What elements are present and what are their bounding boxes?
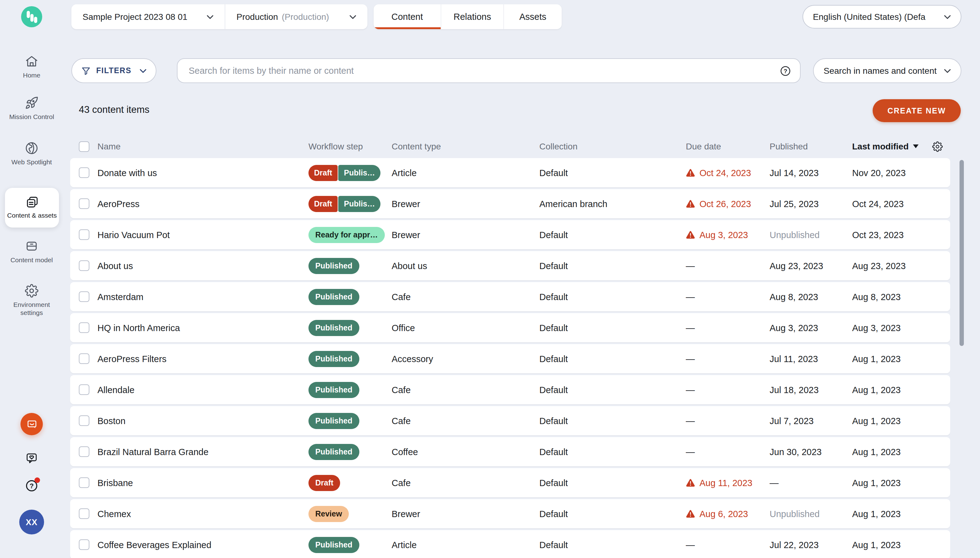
filters-button-label: FILTERS [96,66,132,75]
content-type-cell: Brewer [392,509,539,519]
help-icon[interactable]: ? [25,479,39,493]
row-checkbox[interactable] [79,199,89,209]
table-body: Donate with us DraftPublis… Article Defa… [70,158,950,558]
content-type-cell: Cafe [392,416,539,426]
row-checkbox[interactable] [79,322,89,333]
table-row[interactable]: Boston Published Cafe Default — Jul 7, 2… [70,406,950,435]
last-modified-cell: Aug 1, 2023 [852,447,950,456]
tab-content-label: Content [391,12,423,22]
table-row[interactable]: Coffee Beverages Explained Published Art… [70,530,950,558]
row-checkbox[interactable] [79,539,89,550]
filters-button[interactable]: FILTERS [71,58,156,83]
row-checkbox[interactable] [79,415,89,426]
search-input[interactable] [188,65,779,76]
items-count: 43 content items [79,104,149,115]
table-row[interactable]: AeroPress Filters Published Accessory De… [70,344,950,373]
item-name: About us [97,261,308,271]
content-type-cell: Cafe [392,478,539,487]
table-row[interactable]: Hario Vacuum Pot Ready for appr… Brewer … [70,220,950,249]
table-row[interactable]: AeroPress DraftPublis… Brewer American b… [70,189,950,218]
sidebar-item-content-model[interactable]: Content model [0,239,63,264]
kontent-logo[interactable] [21,6,42,27]
language-selector[interactable]: English (United States) (Defa [802,5,961,28]
table-row[interactable]: Chemex Review Brewer Default Aug 6, 2023… [70,499,950,528]
row-checkbox[interactable] [79,478,89,488]
create-new-button[interactable]: CREATE NEW [873,99,961,122]
row-checkbox[interactable] [79,291,89,302]
sidebar-item-label: Content & assets [6,212,58,220]
last-modified-cell: Aug 3, 2023 [852,323,950,333]
sidebar-item-mission-control[interactable]: Mission Control [0,96,63,121]
item-name: AeroPress [97,199,308,208]
search-help-icon[interactable]: ? [779,65,791,77]
last-modified-cell: Aug 1, 2023 [852,478,950,487]
row-checkbox[interactable] [79,260,89,271]
last-modified-cell: Aug 8, 2023 [852,292,950,302]
kontent-logo-icon [21,6,42,27]
published-cell: Jul 11, 2023 [769,354,852,364]
last-modified-cell: Aug 1, 2023 [852,509,950,519]
column-header-last-modified[interactable]: Last modified [852,141,919,151]
row-checkbox[interactable] [79,509,89,519]
overdue-warning-icon [686,509,695,518]
published-cell: Jul 14, 2023 [769,168,852,177]
overdue-warning-icon [686,199,695,208]
sidebar-item-environment-settings[interactable]: Environment settings [0,284,63,317]
overdue-warning-icon [686,230,695,239]
tab-relations[interactable]: Relations [441,4,503,29]
sidebar-item-home[interactable]: Home [0,54,63,79]
chat-support-button[interactable] [20,413,43,435]
row-checkbox[interactable] [79,353,89,364]
row-checkbox[interactable] [79,230,89,240]
table-row[interactable]: Allendale Published Cafe Default — Jul 1… [70,375,950,404]
search-scope-selector[interactable]: Search in names and content [813,58,961,83]
workflow-step-cell: DraftPublis… [308,165,392,181]
table-row[interactable]: Amsterdam Published Cafe Default — Aug 8… [70,282,950,311]
table-row[interactable]: HQ in North America Published Office Def… [70,313,950,342]
tab-content[interactable]: Content [374,4,441,29]
project-selector[interactable]: Sample Project 2023 08 01 [71,4,225,29]
user-avatar[interactable]: XX [19,510,44,535]
published-cell: Jul 25, 2023 [769,199,852,208]
environment-selector[interactable]: Production(Production) [225,4,367,29]
content-items-icon [25,195,39,209]
sort-column-label: Last modified [852,141,909,151]
sidebar-item-label: Environment settings [3,301,60,317]
select-all-checkbox[interactable] [79,141,89,152]
due-date-cell: Aug 11, 2023 [686,478,769,487]
language-selector-label: English (United States) (Defa [813,12,926,22]
table-row[interactable]: Donate with us DraftPublis… Article Defa… [70,158,950,187]
gear-icon [25,284,38,298]
sidebar-item-web-spotlight[interactable]: Web Spotlight [0,141,63,166]
app-window: Sample Project 2023 08 01 Production(Pro… [0,0,980,558]
table-row[interactable]: About us Published About us Default — Au… [70,251,950,280]
content-type-cell: Article [392,540,539,550]
published-cell: Unpublished [769,230,852,240]
content-type-cell: Article [392,168,539,177]
row-checkbox[interactable] [79,384,89,395]
table-header: Name Workflow step Content type Collecti… [70,136,950,156]
published-cell: Aug 8, 2023 [769,292,852,302]
table-row[interactable]: Brisbane Draft Cafe Default Aug 11, 2023… [70,468,950,497]
column-settings-gear-icon[interactable] [932,141,943,152]
feedback-icon[interactable] [25,451,38,465]
table-row[interactable]: Brazil Natural Barra Grande Published Co… [70,437,950,466]
column-header-content-type: Content type [392,141,539,151]
tab-assets[interactable]: Assets [503,4,562,29]
row-checkbox[interactable] [79,167,89,178]
published-cell: Jul 22, 2023 [769,540,852,550]
due-date-text: Aug 6, 2023 [700,509,748,519]
environment-suffix: (Production) [282,12,329,22]
vertical-scrollbar-thumb[interactable] [960,160,964,346]
sidebar-item-label: Home [3,71,60,79]
workflow-step-cell: Published [308,320,392,336]
last-modified-cell: Aug 1, 2023 [852,540,950,550]
workflow-badge: Published [308,413,359,429]
chevron-down-icon [944,15,951,19]
content-type-cell: Brewer [392,230,539,240]
sidebar-item-content-assets[interactable]: Content & assets [5,188,59,228]
row-checkbox[interactable] [79,446,89,457]
workflow-badge: Published [308,289,359,305]
column-header-collection: Collection [539,141,686,151]
workflow-badge: Review [308,505,349,522]
